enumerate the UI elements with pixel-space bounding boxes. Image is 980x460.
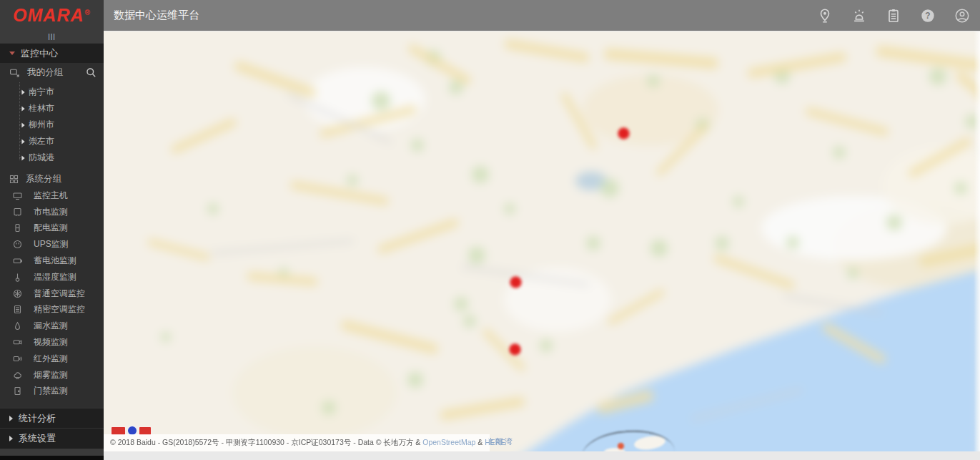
sidebar-item-system-group[interactable]: 系统分组 [0, 171, 104, 187]
sidebar-item-ordinary-ac[interactable]: 普通空调监控 [0, 285, 104, 302]
chevron-down-icon [9, 52, 15, 55]
chevron-right-icon [21, 155, 24, 160]
system-list: 监控主机 市电监测 配电监测 UPS监测 蓄电池监测 温湿度监测 普通空调监控 … [0, 187, 104, 399]
page-bottom-strip [104, 451, 980, 460]
log-icon[interactable] [886, 8, 901, 24]
sidebar-item-temp-humidity[interactable]: 温湿度监测 [0, 269, 104, 285]
here-link[interactable]: HERE [485, 438, 505, 446]
brand-name: OMARA [13, 5, 84, 25]
tree-item-fangchenggang[interactable]: 防城港 [0, 150, 104, 166]
item-label: 精密空调监控 [34, 303, 85, 315]
sidebar-collapse-handle[interactable]: ||| [0, 31, 104, 43]
sidebar-item-my-group[interactable]: 我的分组 [0, 63, 104, 82]
map-canvas[interactable]: 北部湾 © 2018 Baidu - GS(2018)5572号 - 甲测资字1… [104, 31, 980, 451]
item-label: 温湿度监测 [34, 271, 76, 283]
chevron-right-icon [9, 416, 13, 421]
my-group-icon [9, 67, 20, 78]
sidebar-item-host-monitoring[interactable]: 监控主机 [0, 187, 104, 204]
tree-item-label: 南宁市 [29, 86, 54, 98]
header-toolbar: ? [817, 8, 980, 24]
water-drop-icon [13, 321, 22, 331]
item-label: 视频监测 [34, 336, 68, 348]
help-icon[interactable]: ? [920, 8, 936, 24]
ac-cabinet-icon [13, 305, 22, 314]
sidebar-item-mains-power[interactable]: 市电监测 [0, 204, 104, 220]
camera-icon [13, 338, 22, 347]
map-coast-details [104, 31, 980, 451]
thermometer-icon [13, 273, 22, 282]
sidebar-item-water-leak[interactable]: 漏水监测 [0, 318, 104, 334]
section-label: 统计分析 [19, 412, 56, 425]
sidebar-item-smoke[interactable]: 烟雾监测 [0, 367, 104, 383]
item-label: 蓄电池监测 [34, 255, 76, 267]
item-label: 普通空调监控 [34, 288, 85, 300]
sidebar-item-video[interactable]: 视频监测 [0, 334, 104, 351]
tree-item-label: 防城港 [29, 152, 54, 164]
section-label: 监控中心 [21, 47, 58, 60]
alarm-marker[interactable] [618, 127, 630, 140]
sidebar-item-access-control[interactable]: 门禁监测 [0, 383, 104, 400]
item-label: 漏水监测 [34, 320, 68, 332]
brand-logo: OMARA® [0, 0, 104, 31]
registered-mark: ® [85, 9, 91, 16]
item-label: 门禁监测 [34, 385, 68, 397]
section-label: 系统设置 [19, 432, 56, 445]
my-group-label: 我的分组 [27, 67, 86, 79]
item-label: 烟雾监测 [34, 369, 68, 381]
map-edge-fade [974, 31, 980, 451]
search-icon[interactable] [86, 67, 96, 78]
sidebar-item-power-distribution[interactable]: 配电监测 [0, 220, 104, 237]
sidebar-item-infrared[interactable]: 红外监测 [0, 351, 104, 367]
battery-icon [13, 256, 22, 265]
item-label: 市电监测 [34, 206, 68, 218]
tree-item-chongzuo[interactable]: 崇左市 [0, 133, 104, 150]
smoke-icon [13, 371, 22, 380]
chevron-right-icon [21, 122, 24, 127]
sidebar-bottom-bar [0, 456, 104, 460]
map-attribution-bar: © 2018 Baidu - GS(2018)5572号 - 甲测资字11009… [104, 434, 490, 451]
chevron-right-icon [9, 436, 13, 441]
alarm-marker[interactable] [509, 343, 521, 356]
sidebar-section-settings[interactable]: 系统设置 [0, 428, 104, 448]
user-icon[interactable] [954, 8, 970, 24]
sidebar-item-ups[interactable]: UPS监测 [0, 236, 104, 253]
sidebar-section-statistics[interactable]: 统计分析 [0, 408, 104, 428]
sidebar-section-monitoring-center[interactable]: 监控中心 [0, 43, 104, 63]
chevron-right-icon [21, 139, 24, 144]
tree-item-liuzhou[interactable]: 柳州市 [0, 117, 104, 133]
sidebar: ||| 监控中心 我的分组 南宁市 桂林市 柳州市 崇左市 防城港 系统分组 监… [0, 31, 104, 460]
distribution-icon [13, 223, 22, 233]
item-label: 监控主机 [34, 190, 68, 202]
tree-item-nanning[interactable]: 南宁市 [0, 84, 104, 100]
power-meter-icon [13, 207, 22, 217]
collapse-handle-glyph: ||| [48, 34, 56, 40]
item-label: UPS监测 [34, 238, 69, 250]
alarm-icon[interactable] [851, 8, 867, 24]
sidebar-item-precision-ac[interactable]: 精密空调监控 [0, 302, 104, 318]
tree-item-label: 柳州市 [29, 119, 54, 131]
infrared-icon [13, 354, 22, 363]
fan-icon [13, 289, 22, 298]
page-title: 数据中心运维平台 [104, 9, 817, 22]
item-label: 配电监测 [34, 222, 68, 234]
ups-icon [13, 240, 22, 249]
tree-item-label: 崇左市 [29, 135, 54, 147]
location-icon[interactable] [817, 8, 833, 24]
door-icon [13, 386, 22, 396]
app-header: OMARA® 数据中心运维平台 ? [0, 0, 980, 31]
chevron-right-icon [21, 106, 24, 111]
map-attribution: © 2018 Baidu - GS(2018)5572号 - 甲测资字11009… [110, 438, 505, 448]
server-icon [13, 191, 22, 200]
item-label: 红外监测 [34, 353, 68, 365]
attribution-text: © 2018 Baidu - GS(2018)5572号 - 甲测资字11009… [110, 438, 422, 446]
tree-item-label: 桂林市 [29, 102, 54, 114]
grid-icon [9, 175, 19, 184]
openstreetmap-link[interactable]: OpenStreetMap [422, 438, 475, 446]
city-tree: 南宁市 桂林市 柳州市 崇左市 防城港 [0, 82, 104, 169]
tree-item-guilin[interactable]: 桂林市 [0, 100, 104, 117]
svg-text:?: ? [925, 11, 930, 21]
sidebar-item-battery[interactable]: 蓄电池监测 [0, 253, 104, 269]
chevron-right-icon [21, 89, 24, 94]
attribution-separator: & [475, 438, 485, 446]
alarm-marker[interactable] [510, 276, 522, 288]
